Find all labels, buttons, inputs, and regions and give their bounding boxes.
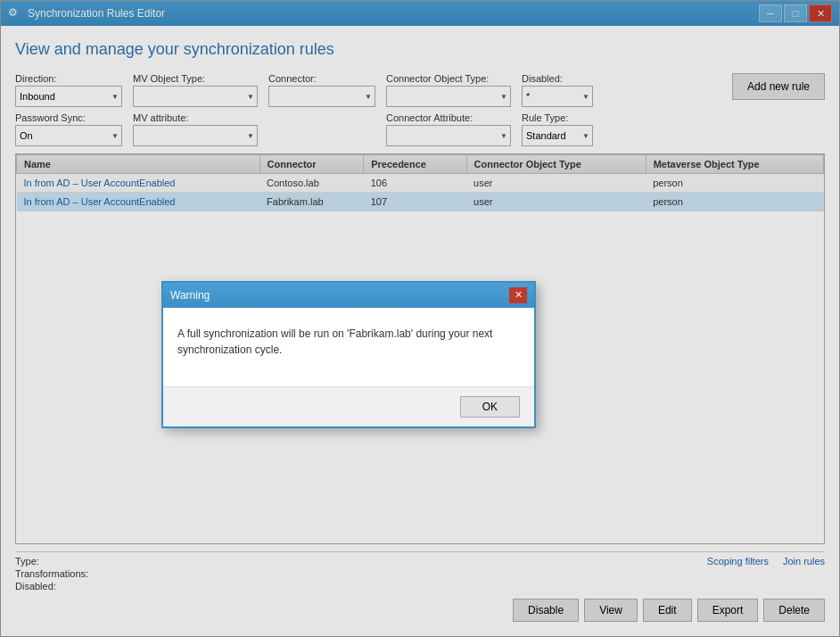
dialog-message: A full synchronization will be run on 'F…	[177, 326, 520, 358]
dialog-footer: OK	[163, 386, 534, 426]
dialog-title-bar: Warning ✕	[163, 283, 534, 308]
dialog-title: Warning	[170, 289, 210, 302]
warning-dialog: Warning ✕ A full synchronization will be…	[161, 281, 536, 428]
dialog-ok-button[interactable]: OK	[460, 396, 520, 418]
dialog-close-button[interactable]: ✕	[509, 287, 527, 303]
dialog-overlay: Warning ✕ A full synchronization will be…	[0, 0, 840, 637]
dialog-body: A full synchronization will be run on 'F…	[163, 308, 534, 386]
